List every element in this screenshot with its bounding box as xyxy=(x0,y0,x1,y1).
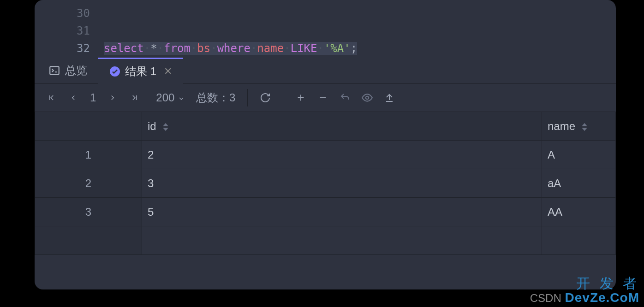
column-header-name[interactable]: name xyxy=(542,112,616,141)
line-number: 31 xyxy=(35,24,104,37)
tab-label: 结果 1 xyxy=(125,64,156,79)
sort-icon[interactable] xyxy=(163,123,168,131)
line-number: 30 xyxy=(35,7,104,20)
cell-id[interactable]: 5 xyxy=(142,198,542,226)
svg-point-2 xyxy=(366,96,369,100)
table-row[interactable]: 2 3 aA xyxy=(35,169,616,198)
cell-id[interactable]: 2 xyxy=(142,141,542,169)
table-row[interactable]: 3 5 AA xyxy=(35,198,616,226)
close-icon[interactable]: ✕ xyxy=(164,65,172,77)
tab-overview[interactable]: 总览 xyxy=(37,58,98,83)
next-page-button[interactable] xyxy=(103,89,122,107)
cell-name[interactable]: A xyxy=(542,141,616,169)
rownum-header xyxy=(35,112,142,141)
row-number: 1 xyxy=(35,141,142,169)
svg-rect-0 xyxy=(50,66,59,74)
export-button[interactable] xyxy=(380,89,399,107)
results-toolbar: 1 200 总数：3 xyxy=(35,84,616,112)
undo-button[interactable] xyxy=(336,89,354,107)
chevron-down-icon xyxy=(178,95,185,102)
row-number: 2 xyxy=(35,169,142,198)
first-page-button[interactable] xyxy=(42,89,60,107)
sort-icon[interactable] xyxy=(582,123,587,131)
cell-name[interactable]: AA xyxy=(542,198,616,226)
table-row-empty xyxy=(35,226,616,255)
watermark: 开 发 者 CSDN DevZe.CoM xyxy=(530,276,639,305)
terminal-icon xyxy=(48,65,60,77)
total-count: 总数：3 xyxy=(192,90,239,105)
delete-row-button[interactable] xyxy=(314,89,332,107)
view-button[interactable] xyxy=(358,89,376,107)
results-table: id name 1 2 A 2 3 aA 3 5 AA xyxy=(35,112,616,255)
table-header-row: id name xyxy=(35,112,616,141)
column-header-id[interactable]: id xyxy=(142,112,542,141)
sql-editor[interactable]: 30 31 32 select·*·from·bs·where·name·LIK… xyxy=(35,0,616,57)
tab-result-1[interactable]: 结果 1 ✕ xyxy=(98,58,183,83)
sql-client-window: 30 31 32 select·*·from·bs·where·name·LIK… xyxy=(35,0,616,289)
row-number: 3 xyxy=(35,198,142,226)
page-number: 1 xyxy=(86,91,100,104)
prev-page-button[interactable] xyxy=(64,89,83,107)
last-page-button[interactable] xyxy=(125,89,144,107)
refresh-button[interactable] xyxy=(256,89,274,107)
result-tabs: 总览 结果 1 ✕ xyxy=(35,57,616,84)
check-circle-icon xyxy=(109,66,120,77)
table-row[interactable]: 1 2 A xyxy=(35,141,616,169)
tab-label: 总览 xyxy=(65,63,87,78)
cell-name[interactable]: aA xyxy=(542,169,616,198)
add-row-button[interactable] xyxy=(292,89,310,107)
cell-id[interactable]: 3 xyxy=(142,169,542,198)
line-number: 32 xyxy=(35,42,104,55)
sql-statement[interactable]: select·*·from·bs·where·name·LIKE·'%A'; xyxy=(104,42,357,55)
page-size[interactable]: 200 xyxy=(152,91,189,104)
